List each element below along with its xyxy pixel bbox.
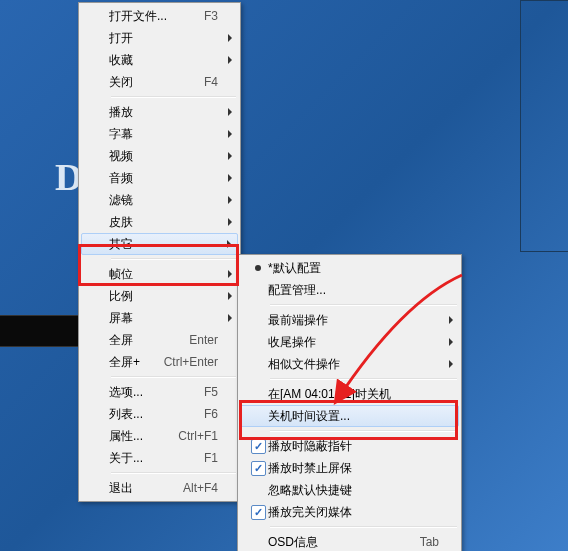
- main-menu-item-16[interactable]: 全屏Enter: [81, 329, 238, 351]
- main-menu-item-7[interactable]: 视频: [81, 145, 238, 167]
- menu-item-shortcut: F5: [192, 385, 218, 399]
- main-menu-item-6[interactable]: 字幕: [81, 123, 238, 145]
- menu-item-label: *默认配置: [268, 260, 439, 277]
- menu-separator: [270, 304, 457, 306]
- main-menu-item-20[interactable]: 列表...F6: [81, 403, 238, 425]
- player-window-edge: [520, 0, 568, 252]
- main-menu-item-19[interactable]: 选项...F5: [81, 381, 238, 403]
- sub-menu-item-13[interactable]: ✓播放完关闭媒体: [240, 501, 459, 523]
- submenu-arrow-icon: [228, 314, 232, 322]
- sub-menu-item-15[interactable]: OSD信息Tab: [240, 531, 459, 551]
- submenu-arrow-icon: [228, 196, 232, 204]
- main-menu-item-21[interactable]: 属性...Ctrl+F1: [81, 425, 238, 447]
- menu-item-label: 其它: [109, 236, 218, 253]
- submenu-arrow-icon: [228, 34, 232, 42]
- sub-menu-item-1[interactable]: 配置管理...: [240, 279, 459, 301]
- menu-item-label: 视频: [109, 148, 218, 165]
- menu-item-shortcut: F1: [192, 451, 218, 465]
- menu-item-label: 字幕: [109, 126, 218, 143]
- sub-menu-item-4[interactable]: 收尾操作: [240, 331, 459, 353]
- sub-menu-item-8[interactable]: 关机时间设置...: [240, 405, 459, 427]
- menu-item-label: 忽略默认快捷键: [268, 482, 439, 499]
- menu-separator: [111, 258, 236, 260]
- menu-item-label: 皮肤: [109, 214, 218, 231]
- context-submenu-other[interactable]: *默认配置配置管理...最前端操作收尾操作相似文件操作在[AM 04:01:01…: [237, 254, 462, 551]
- submenu-arrow-icon: [227, 240, 231, 248]
- main-menu-item-13[interactable]: 帧位: [81, 263, 238, 285]
- sub-menu-item-10[interactable]: ✓播放时隐蔽指针: [240, 435, 459, 457]
- sub-menu-item-5[interactable]: 相似文件操作: [240, 353, 459, 375]
- main-menu-item-17[interactable]: 全屏+Ctrl+Enter: [81, 351, 238, 373]
- sub-menu-item-7[interactable]: 在[AM 04:01:01]时关机: [240, 383, 459, 405]
- sub-menu-item-12[interactable]: 忽略默认快捷键: [240, 479, 459, 501]
- main-menu-item-22[interactable]: 关于...F1: [81, 447, 238, 469]
- menu-item-label: 相似文件操作: [268, 356, 439, 373]
- submenu-arrow-icon: [228, 130, 232, 138]
- menu-separator: [270, 378, 457, 380]
- submenu-arrow-icon: [228, 108, 232, 116]
- menu-separator: [270, 430, 457, 432]
- submenu-arrow-icon: [449, 360, 453, 368]
- menu-separator: [111, 472, 236, 474]
- menu-item-label: 选项...: [109, 384, 192, 401]
- check-icon: ✓: [251, 439, 266, 454]
- main-menu-item-15[interactable]: 屏幕: [81, 307, 238, 329]
- menu-item-shortcut: F3: [192, 9, 218, 23]
- submenu-arrow-icon: [228, 174, 232, 182]
- menu-item-label: 比例: [109, 288, 218, 305]
- sub-menu-item-0[interactable]: *默认配置: [240, 257, 459, 279]
- main-menu-item-10[interactable]: 皮肤: [81, 211, 238, 233]
- submenu-arrow-icon: [228, 152, 232, 160]
- menu-item-label: 全屏+: [109, 354, 152, 371]
- menu-item-label: 打开: [109, 30, 218, 47]
- menu-item-shortcut: Ctrl+Enter: [152, 355, 218, 369]
- menu-item-label: 关闭: [109, 74, 192, 91]
- menu-item-label: 播放完关闭媒体: [268, 504, 439, 521]
- menu-item-label: 播放: [109, 104, 218, 121]
- menu-item-shortcut: F4: [192, 75, 218, 89]
- menu-separator: [270, 526, 457, 528]
- menu-separator: [111, 96, 236, 98]
- menu-item-label: 播放时隐蔽指针: [268, 438, 439, 455]
- menu-item-label: 关机时间设置...: [268, 408, 439, 425]
- main-menu-item-8[interactable]: 音频: [81, 167, 238, 189]
- submenu-arrow-icon: [228, 270, 232, 278]
- main-menu-item-24[interactable]: 退出Alt+F4: [81, 477, 238, 499]
- main-menu-item-9[interactable]: 滤镜: [81, 189, 238, 211]
- menu-item-shortcut: Alt+F4: [171, 481, 218, 495]
- check-icon: ✓: [251, 505, 266, 520]
- menu-item-label: 退出: [109, 480, 171, 497]
- sub-menu-item-3[interactable]: 最前端操作: [240, 309, 459, 331]
- context-menu-main[interactable]: 打开文件...F3打开收藏关闭F4播放字幕视频音频滤镜皮肤其它帧位比例屏幕全屏E…: [78, 2, 241, 502]
- menu-item-shortcut: Tab: [408, 535, 439, 549]
- menu-item-label: 最前端操作: [268, 312, 439, 329]
- menu-separator: [111, 376, 236, 378]
- submenu-arrow-icon: [449, 316, 453, 324]
- menu-item-label: 帧位: [109, 266, 218, 283]
- submenu-arrow-icon: [228, 292, 232, 300]
- menu-item-label: 收尾操作: [268, 334, 439, 351]
- submenu-arrow-icon: [228, 218, 232, 226]
- sub-menu-item-11[interactable]: ✓播放时禁止屏保: [240, 457, 459, 479]
- main-menu-item-1[interactable]: 打开: [81, 27, 238, 49]
- menu-item-label: 滤镜: [109, 192, 218, 209]
- main-menu-item-0[interactable]: 打开文件...F3: [81, 5, 238, 27]
- menu-item-label: 播放时禁止屏保: [268, 460, 439, 477]
- menu-item-label: 全屏: [109, 332, 177, 349]
- main-menu-item-5[interactable]: 播放: [81, 101, 238, 123]
- submenu-arrow-icon: [228, 56, 232, 64]
- menu-item-label: 配置管理...: [268, 282, 439, 299]
- menu-item-shortcut: Enter: [177, 333, 218, 347]
- menu-item-label: 打开文件...: [109, 8, 192, 25]
- main-menu-item-2[interactable]: 收藏: [81, 49, 238, 71]
- menu-item-label: 关于...: [109, 450, 192, 467]
- menu-item-label: OSD信息: [268, 534, 408, 551]
- menu-item-label: 在[AM 04:01:01]时关机: [268, 386, 439, 403]
- submenu-arrow-icon: [449, 338, 453, 346]
- main-menu-item-14[interactable]: 比例: [81, 285, 238, 307]
- main-menu-item-11[interactable]: 其它: [81, 233, 238, 255]
- menu-item-label: 属性...: [109, 428, 166, 445]
- menu-item-label: 音频: [109, 170, 218, 187]
- main-menu-item-3[interactable]: 关闭F4: [81, 71, 238, 93]
- menu-item-label: 列表...: [109, 406, 192, 423]
